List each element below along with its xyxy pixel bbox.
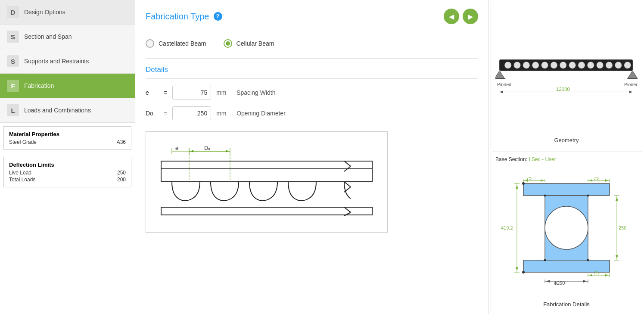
do-param-label: Do [146,110,159,117]
svg-point-89 [544,195,546,197]
e-input-row: e = mm Spacing Width [146,86,478,99]
svg-point-23 [504,62,511,68]
next-button[interactable]: ▶ [463,9,478,24]
do-input-row: Do = mm Opening Diameter [146,106,478,120]
sidebar-item-label: Design Options [24,9,65,16]
svg-text:75: 75 [594,270,599,275]
svg-marker-37 [495,70,504,78]
svg-point-91 [544,259,546,261]
sidebar-item-section-span[interactable]: S Section and Span [0,25,135,49]
e-eq: = [164,89,167,96]
details-divider [146,58,478,59]
svg-point-26 [532,62,539,68]
cellular-beam-radio[interactable] [224,39,232,48]
svg-marker-60 [589,179,592,182]
sidebar-item-supports-restraints[interactable]: S Supports and Restraints [0,49,135,74]
nav-letter-f: F [7,80,19,92]
svg-marker-85 [583,280,587,283]
fabrication-details-box: Base Section: I Sec - User 75 [491,152,642,312]
material-properties-title: Material Properties [9,131,126,137]
main-header: Fabrication Type ? ◀ ▶ [146,9,478,24]
nav-letter-l: L [7,104,19,116]
details-title: Details [146,65,478,74]
do-unit: mm [216,110,231,117]
geometry-box: Pinned Pinned 12000 Geometry [491,2,642,148]
nav-letter-d: D [7,6,19,18]
live-load-row: Live Load 250 [9,170,126,176]
svg-point-50 [545,206,588,249]
deflection-limits-title: Deflection Limits [9,162,126,168]
steel-grade-label: Steel Grade [9,139,37,145]
castellated-beam-option[interactable]: Castellated Beam [146,39,206,48]
svg-text:75: 75 [594,177,599,180]
svg-marker-45 [629,90,633,93]
svg-text:ϕ250: ϕ250 [554,280,565,285]
svg-line-16 [344,161,351,166]
main-content: Fabrication Type ? ◀ ▶ Castellated Beam … [135,0,489,314]
e-input[interactable] [172,86,211,99]
svg-text:250: 250 [619,225,626,230]
svg-point-87 [522,182,525,185]
sidebar-item-label: Section and Span [24,33,72,40]
svg-marker-67 [516,267,518,271]
sidebar-item-label: Loads and Combinations [24,107,91,114]
sidebar-item-label: Supports and Restraints [24,58,89,65]
svg-text:419.2: 419.2 [501,225,513,230]
cellular-beam-option[interactable]: Cellular Beam [224,39,274,48]
svg-rect-13 [161,169,372,182]
svg-point-30 [569,62,576,68]
svg-point-92 [587,259,589,261]
svg-line-18 [344,182,351,187]
do-eq: = [164,110,167,117]
cellular-beam-label: Cellular Beam [236,40,274,47]
svg-point-35 [615,62,622,68]
do-input[interactable] [172,106,211,120]
svg-point-36 [624,62,631,68]
svg-text:12000: 12000 [556,86,570,91]
material-properties-panel: Material Properties Steel Grade A36 [3,126,131,150]
svg-text:75: 75 [526,177,532,180]
fabrication-diagram: 75 75 419.2 [500,164,633,298]
geometry-title: Geometry [554,134,579,143]
help-icon[interactable]: ? [214,12,222,21]
geometry-diagram: Pinned Pinned 12000 [495,6,638,134]
svg-point-32 [588,62,594,68]
fabrication-details-title: Fabrication Details [543,298,590,308]
sidebar: D Design Options S Section and Span S Su… [0,0,135,314]
svg-marker-73 [616,255,618,259]
total-loads-label: Total Loads [9,177,35,183]
svg-line-20 [344,207,351,212]
prev-button[interactable]: ◀ [444,9,459,24]
svg-marker-66 [516,185,518,189]
svg-point-27 [541,62,548,68]
sidebar-item-fabrication[interactable]: F Fabrication [0,74,135,98]
svg-text:e: e [175,145,178,151]
deflection-limits-panel: Deflection Limits Live Load 250 Total Lo… [3,157,131,187]
total-loads-value: 200 [117,177,126,183]
fabrication-type-radio-group: Castellated Beam Cellular Beam [146,39,478,48]
live-load-value: 250 [117,170,126,176]
header-divider [146,32,478,32]
svg-rect-15 [161,207,372,215]
svg-point-34 [606,62,613,68]
svg-marker-8 [226,150,229,152]
title-text: Fabrication Type [146,12,209,22]
svg-point-28 [551,62,557,68]
sidebar-item-loads-combinations[interactable]: L Loads and Combinations [0,98,135,123]
e-unit: mm [216,89,231,96]
svg-point-88 [522,271,525,274]
nav-letter-s2: S [7,55,19,67]
total-loads-row: Total Loads 200 [9,177,126,183]
sidebar-item-label: Fabrication [24,82,54,89]
sidebar-item-design-options[interactable]: D Design Options [0,0,135,25]
details-divider2 [146,78,478,79]
steel-grade-value: A36 [117,139,126,145]
svg-point-31 [578,62,585,68]
svg-rect-47 [523,183,610,196]
svg-marker-7 [190,150,193,152]
svg-marker-61 [605,179,608,182]
castellated-beam-radio[interactable] [146,39,154,48]
base-section-value: I Sec - User [529,156,556,162]
svg-marker-72 [616,197,618,201]
svg-text:Pinned: Pinned [497,81,511,87]
